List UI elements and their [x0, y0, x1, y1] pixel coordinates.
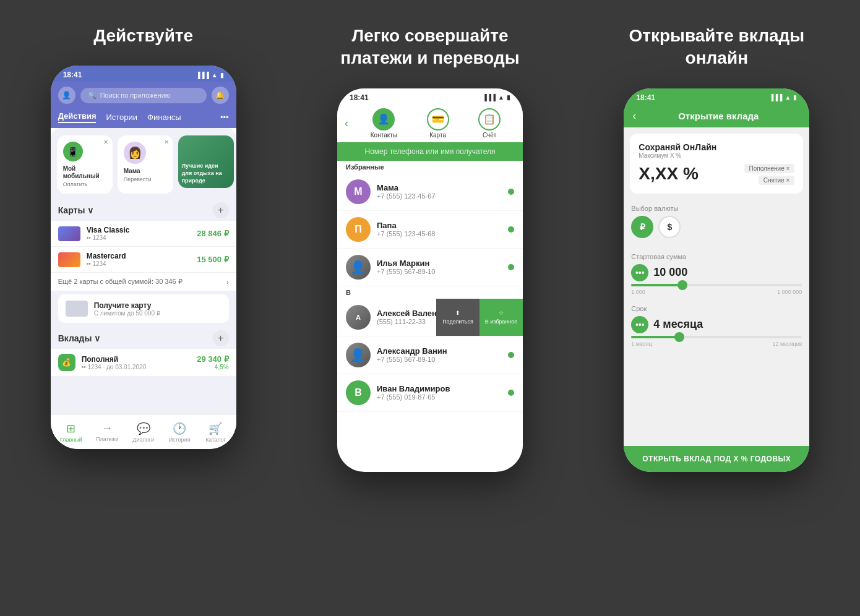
cta-label: ОТКРЫТЬ ВКЛАД ПОД Х % ГОДОВЫХ: [642, 455, 791, 463]
mama-avatar-2: М: [346, 179, 371, 204]
fav-btn[interactable]: ☆ В избранное: [479, 299, 523, 336]
deposits-title: Вклады ∨: [58, 333, 101, 343]
contact-papa[interactable]: П Папа +7 (555) 123-45-68: [337, 211, 523, 249]
transfer-search[interactable]: Номер телефона или имя получателя: [337, 142, 523, 161]
nav-more[interactable]: •••: [220, 113, 229, 122]
mama-name: Мама: [377, 183, 502, 192]
ivan-info: Иван Владимиров +7 (555) 019-87-65: [377, 384, 502, 401]
mc-card-item[interactable]: Mastercard •• 1234 15 500 ₽: [51, 247, 236, 273]
battery-icon: ▮: [220, 72, 224, 79]
currency-usd[interactable]: $: [658, 216, 681, 238]
ilya-info: Илья Маркин +7 (555) 567-89-10: [377, 259, 502, 275]
notch-1: [119, 66, 168, 78]
section3-title: Открывайте вкладыонлайн: [629, 25, 804, 70]
contact-ilya[interactable]: 👤 Илья Маркин +7 (555) 567-89-10: [337, 249, 523, 286]
amount-min: 1 000: [631, 289, 645, 295]
more-cards-text: Ещё 2 карты с общей суммой: 30 346 ₽: [58, 278, 183, 286]
term-slider[interactable]: [631, 336, 802, 338]
status-bar-1: 18:41 ▐▐▐ ▲ ▮: [51, 66, 236, 82]
amount-thumb[interactable]: [677, 280, 687, 290]
status-bar-2: 18:41 ▐▐▐ ▲ ▮: [337, 88, 523, 105]
visa-card-item[interactable]: Visa Classic •• 1234 28 846 ₽: [51, 221, 236, 247]
section2-title: Легко совершайтеплатежи и переводы: [340, 25, 519, 70]
tab-account[interactable]: 📋 Счёт: [478, 108, 501, 139]
contact-mama[interactable]: М Мама +7 (555) 123-45-67: [337, 173, 523, 211]
currency-row: ₽ $: [631, 216, 802, 238]
wifi-icon: ▲: [212, 72, 218, 79]
nav-chat[interactable]: 💬 Диалоги: [125, 422, 161, 443]
phone-2: 18:41 ▐▐▐ ▲ ▮ ‹ 👤 Контакты 💳 Карта: [337, 88, 523, 472]
close-mama-btn[interactable]: ✕: [164, 139, 169, 145]
nav-tab-actions[interactable]: Действия: [58, 111, 97, 123]
visa-num: •• 1234: [87, 234, 191, 241]
qa-mobile[interactable]: ✕ 📱 Мой мобильный Оплатить: [57, 135, 113, 194]
swipe-overlay: ⬆ Поделиться ☆ В избранное: [436, 299, 523, 336]
currency-rub[interactable]: ₽: [631, 216, 653, 238]
deposits-label: Вклады: [58, 333, 92, 343]
share-btn[interactable]: ⬆ Поделиться: [436, 299, 479, 336]
amount-max: 1 000 000: [777, 289, 802, 295]
notch-3: [692, 88, 741, 101]
deposit-card-title: Сохраняй ОнЛайн: [639, 142, 794, 152]
amount-label: Стартовая сумма: [631, 253, 802, 260]
add-deposit-btn[interactable]: +: [213, 330, 229, 346]
alexander-phone: +7 (555) 567-89-10: [377, 356, 502, 363]
get-card-sub: С лимитом до 50 000 ₽: [94, 310, 160, 317]
section1-title: Действуйте: [93, 25, 193, 47]
battery-icon-2: ▮: [507, 94, 510, 101]
alexander-online: [508, 352, 514, 358]
more-cards[interactable]: Ещё 2 карты с общей суммой: 30 346 ₽ ›: [51, 273, 236, 291]
mc-amount: 15 500 ₽: [197, 255, 228, 264]
contact-ivan[interactable]: В Иван Владимиров +7 (555) 019-87-65: [337, 374, 523, 412]
mama-online: [508, 189, 514, 195]
term-thumb[interactable]: [674, 332, 684, 342]
fav-label: В избранное: [485, 319, 518, 325]
mc-info: Mastercard •• 1234: [87, 252, 191, 267]
nav-tab-finance[interactable]: Финансы: [147, 113, 181, 122]
nav-catalog[interactable]: 🛒 Каталог: [197, 422, 233, 443]
nav-catalog-label: Каталог: [205, 437, 226, 443]
notification-icon[interactable]: 🔔: [212, 87, 229, 104]
qa-mama[interactable]: ✕ 👩 Мама Перевести: [118, 135, 173, 194]
back-btn-2[interactable]: ‹: [345, 117, 348, 130]
nav-tab-history[interactable]: Истории: [106, 113, 137, 122]
phone-3: 18:41 ▐▐▐ ▲ ▮ ‹ Открытие вклада Сохраняй…: [624, 88, 809, 472]
nav-payments[interactable]: → Платежи: [89, 422, 125, 442]
tab-card-label: Карта: [429, 132, 446, 139]
section-3: Открывайте вкладыонлайн 18:41 ▐▐▐ ▲ ▮ ‹ …: [574, 0, 860, 616]
nav-history[interactable]: 🕐 История: [161, 422, 197, 443]
get-card-info: Получите карту С лимитом до 50 000 ₽: [94, 301, 160, 317]
term-section: Срок ••• 4 месяца 1 месяц 12 месяцев: [624, 300, 809, 352]
contact-alexander[interactable]: 👤 Александр Ванин +7 (555) 567-89-10: [337, 336, 523, 374]
deposit-withdraw: Снятие ×: [759, 176, 795, 185]
close-mobile-btn[interactable]: ✕: [103, 139, 108, 145]
ilya-phone: +7 (555) 567-89-10: [377, 268, 502, 275]
tab-card[interactable]: 💳 Карта: [427, 108, 449, 139]
qa-mama-label: Мама: [124, 168, 167, 175]
search-input-1[interactable]: 🔍 Поиск по приложению: [80, 88, 207, 103]
papa-avatar: П: [346, 217, 371, 242]
deposit-item[interactable]: 💰 Пополняй •• 1234 · до 03.01.2020 29 34…: [51, 349, 236, 377]
term-labels: 1 месяц 12 месяцев: [631, 341, 802, 347]
wifi-icon-2: ▲: [498, 94, 504, 101]
add-card-btn[interactable]: +: [213, 202, 229, 218]
ivan-phone: +7 (555) 019-87-65: [377, 393, 502, 401]
user-icon[interactable]: 👤: [58, 87, 75, 104]
share-label: Поделиться: [442, 319, 473, 325]
get-card[interactable]: Получите карту С лимитом до 50 000 ₽: [58, 294, 229, 323]
ivan-avatar: В: [346, 380, 371, 405]
amount-fill: [631, 284, 682, 286]
amount-row: ••• 10 000: [631, 264, 802, 281]
qa-mobile-label: Мой мобильный: [63, 165, 106, 180]
contact-alexey[interactable]: А Алексей Валентинов (555) 111-22-33 ⬆ П…: [337, 299, 523, 336]
wifi-icon-3: ▲: [785, 94, 791, 101]
mc-num: •• 1234: [87, 260, 191, 267]
notch-2: [405, 88, 455, 101]
amount-slider[interactable]: [631, 284, 802, 286]
cta-button[interactable]: ОТКРЫТЬ ВКЛАД ПОД Х % ГОДОВЫХ: [624, 446, 809, 472]
catalog-icon: 🛒: [209, 422, 222, 435]
nav-home[interactable]: ⊞ Главный: [53, 422, 89, 443]
papa-phone: +7 (555) 123-45-68: [377, 230, 502, 237]
tab-contacts[interactable]: 👤 Контакты: [371, 108, 397, 139]
qa-image[interactable]: Лучшие идеи для отдыха на природе: [178, 135, 234, 188]
